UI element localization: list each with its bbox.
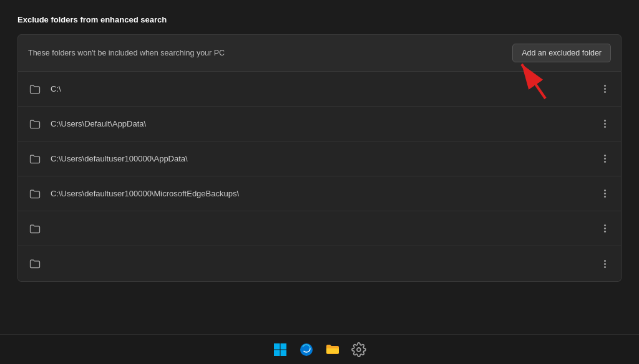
page-title: Exclude folders from enhanced search (17, 15, 622, 24)
svg-rect-2 (274, 343, 280, 350)
taskbar-settings-icon[interactable] (348, 338, 370, 361)
description-text: These folders won't be included when sea… (28, 49, 225, 57)
more-options-button[interactable] (599, 152, 611, 165)
table-row: C:\Users\defaultuser100000\AppData\ (18, 141, 621, 176)
svg-rect-7 (326, 348, 339, 353)
table-row: C:\ (18, 72, 621, 107)
svg-rect-4 (274, 350, 280, 356)
folder-icon (28, 257, 42, 271)
more-options-button[interactable] (599, 187, 611, 200)
more-options-button[interactable] (599, 257, 611, 271)
folder-list: C:\ C:\Users\Default\AppData\ C:\Users\d… (17, 72, 622, 282)
svg-rect-3 (281, 343, 287, 350)
folder-path: C:\Users\defaultuser100000\MicrosoftEdge… (51, 189, 599, 198)
table-row (18, 211, 621, 246)
more-options-button[interactable] (599, 117, 611, 130)
folder-path: C:\ (51, 84, 599, 93)
folder-icon (28, 222, 42, 236)
add-excluded-folder-button[interactable]: Add an excluded folder (512, 44, 611, 62)
folder-path: C:\Users\defaultuser100000\AppData\ (51, 154, 599, 163)
folder-icon (28, 117, 42, 131)
taskbar-file-explorer-icon[interactable] (321, 338, 344, 361)
taskbar-edge-icon[interactable] (295, 338, 318, 361)
svg-point-6 (300, 343, 313, 356)
top-bar: These folders won't be included when sea… (17, 34, 622, 72)
folder-icon (28, 82, 42, 96)
folder-icon (28, 187, 42, 201)
table-row (18, 246, 621, 281)
table-row: C:\Users\Default\AppData\ (18, 107, 621, 141)
more-options-button[interactable] (599, 82, 611, 95)
taskbar-windows-icon[interactable] (269, 338, 291, 361)
table-row: C:\Users\defaultuser100000\MicrosoftEdge… (18, 176, 621, 211)
taskbar (0, 334, 639, 364)
main-content: Exclude folders from enhanced search The… (0, 0, 639, 282)
svg-point-8 (357, 348, 361, 352)
folder-path: C:\Users\Default\AppData\ (51, 119, 599, 128)
folder-icon (28, 152, 42, 166)
svg-rect-5 (281, 350, 287, 356)
more-options-button[interactable] (599, 222, 611, 235)
